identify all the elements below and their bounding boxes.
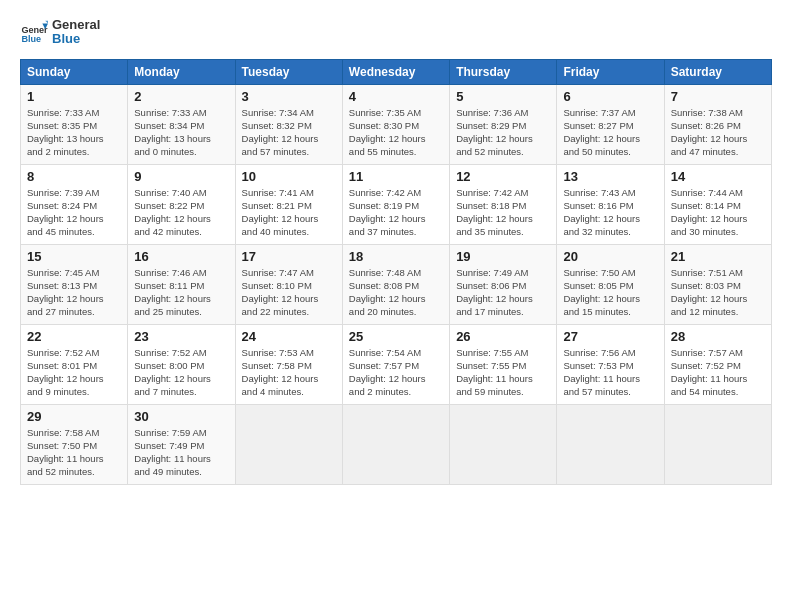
- day-info: Sunrise: 7:42 AMSunset: 8:19 PMDaylight:…: [349, 186, 443, 239]
- col-header-friday: Friday: [557, 59, 664, 84]
- calendar-cell: 10 Sunrise: 7:41 AMSunset: 8:21 PMDaylig…: [235, 164, 342, 244]
- day-info: Sunrise: 7:43 AMSunset: 8:16 PMDaylight:…: [563, 186, 657, 239]
- day-number: 25: [349, 329, 443, 344]
- day-info: Sunrise: 7:33 AMSunset: 8:34 PMDaylight:…: [134, 106, 228, 159]
- calendar-cell: [450, 404, 557, 484]
- calendar-cell: 6 Sunrise: 7:37 AMSunset: 8:27 PMDayligh…: [557, 84, 664, 164]
- day-number: 2: [134, 89, 228, 104]
- day-number: 3: [242, 89, 336, 104]
- day-info: Sunrise: 7:47 AMSunset: 8:10 PMDaylight:…: [242, 266, 336, 319]
- calendar-cell: 23 Sunrise: 7:52 AMSunset: 8:00 PMDaylig…: [128, 324, 235, 404]
- calendar-cell: 4 Sunrise: 7:35 AMSunset: 8:30 PMDayligh…: [342, 84, 449, 164]
- calendar-cell: 11 Sunrise: 7:42 AMSunset: 8:19 PMDaylig…: [342, 164, 449, 244]
- day-info: Sunrise: 7:53 AMSunset: 7:58 PMDaylight:…: [242, 346, 336, 399]
- day-number: 13: [563, 169, 657, 184]
- day-number: 8: [27, 169, 121, 184]
- day-number: 20: [563, 249, 657, 264]
- day-info: Sunrise: 7:45 AMSunset: 8:13 PMDaylight:…: [27, 266, 121, 319]
- day-number: 23: [134, 329, 228, 344]
- logo-icon: General Blue: [20, 18, 48, 46]
- day-number: 16: [134, 249, 228, 264]
- day-number: 11: [349, 169, 443, 184]
- col-header-thursday: Thursday: [450, 59, 557, 84]
- calendar-cell: 26 Sunrise: 7:55 AMSunset: 7:55 PMDaylig…: [450, 324, 557, 404]
- day-info: Sunrise: 7:56 AMSunset: 7:53 PMDaylight:…: [563, 346, 657, 399]
- calendar-cell: 18 Sunrise: 7:48 AMSunset: 8:08 PMDaylig…: [342, 244, 449, 324]
- calendar-table: SundayMondayTuesdayWednesdayThursdayFrid…: [20, 59, 772, 485]
- calendar-cell: 30 Sunrise: 7:59 AMSunset: 7:49 PMDaylig…: [128, 404, 235, 484]
- day-info: Sunrise: 7:37 AMSunset: 8:27 PMDaylight:…: [563, 106, 657, 159]
- calendar-cell: 15 Sunrise: 7:45 AMSunset: 8:13 PMDaylig…: [21, 244, 128, 324]
- calendar-cell: 13 Sunrise: 7:43 AMSunset: 8:16 PMDaylig…: [557, 164, 664, 244]
- day-number: 15: [27, 249, 121, 264]
- day-info: Sunrise: 7:40 AMSunset: 8:22 PMDaylight:…: [134, 186, 228, 239]
- day-info: Sunrise: 7:33 AMSunset: 8:35 PMDaylight:…: [27, 106, 121, 159]
- col-header-saturday: Saturday: [664, 59, 771, 84]
- day-info: Sunrise: 7:51 AMSunset: 8:03 PMDaylight:…: [671, 266, 765, 319]
- day-info: Sunrise: 7:58 AMSunset: 7:50 PMDaylight:…: [27, 426, 121, 479]
- day-info: Sunrise: 7:50 AMSunset: 8:05 PMDaylight:…: [563, 266, 657, 319]
- day-info: Sunrise: 7:57 AMSunset: 7:52 PMDaylight:…: [671, 346, 765, 399]
- day-info: Sunrise: 7:35 AMSunset: 8:30 PMDaylight:…: [349, 106, 443, 159]
- day-number: 29: [27, 409, 121, 424]
- day-info: Sunrise: 7:34 AMSunset: 8:32 PMDaylight:…: [242, 106, 336, 159]
- day-info: Sunrise: 7:38 AMSunset: 8:26 PMDaylight:…: [671, 106, 765, 159]
- calendar-cell: 5 Sunrise: 7:36 AMSunset: 8:29 PMDayligh…: [450, 84, 557, 164]
- day-number: 6: [563, 89, 657, 104]
- day-info: Sunrise: 7:49 AMSunset: 8:06 PMDaylight:…: [456, 266, 550, 319]
- day-number: 18: [349, 249, 443, 264]
- day-number: 17: [242, 249, 336, 264]
- day-info: Sunrise: 7:52 AMSunset: 8:00 PMDaylight:…: [134, 346, 228, 399]
- day-number: 1: [27, 89, 121, 104]
- day-number: 28: [671, 329, 765, 344]
- day-number: 22: [27, 329, 121, 344]
- day-number: 10: [242, 169, 336, 184]
- col-header-monday: Monday: [128, 59, 235, 84]
- day-number: 4: [349, 89, 443, 104]
- calendar-cell: 9 Sunrise: 7:40 AMSunset: 8:22 PMDayligh…: [128, 164, 235, 244]
- day-info: Sunrise: 7:59 AMSunset: 7:49 PMDaylight:…: [134, 426, 228, 479]
- day-info: Sunrise: 7:54 AMSunset: 7:57 PMDaylight:…: [349, 346, 443, 399]
- calendar-cell: 20 Sunrise: 7:50 AMSunset: 8:05 PMDaylig…: [557, 244, 664, 324]
- day-number: 7: [671, 89, 765, 104]
- day-info: Sunrise: 7:52 AMSunset: 8:01 PMDaylight:…: [27, 346, 121, 399]
- day-info: Sunrise: 7:36 AMSunset: 8:29 PMDaylight:…: [456, 106, 550, 159]
- day-number: 5: [456, 89, 550, 104]
- col-header-wednesday: Wednesday: [342, 59, 449, 84]
- calendar-cell: 25 Sunrise: 7:54 AMSunset: 7:57 PMDaylig…: [342, 324, 449, 404]
- day-number: 30: [134, 409, 228, 424]
- calendar-cell: 7 Sunrise: 7:38 AMSunset: 8:26 PMDayligh…: [664, 84, 771, 164]
- calendar-cell: [235, 404, 342, 484]
- day-number: 27: [563, 329, 657, 344]
- calendar-cell: 14 Sunrise: 7:44 AMSunset: 8:14 PMDaylig…: [664, 164, 771, 244]
- day-number: 19: [456, 249, 550, 264]
- calendar-cell: 19 Sunrise: 7:49 AMSunset: 8:06 PMDaylig…: [450, 244, 557, 324]
- calendar-cell: 1 Sunrise: 7:33 AMSunset: 8:35 PMDayligh…: [21, 84, 128, 164]
- col-header-sunday: Sunday: [21, 59, 128, 84]
- calendar-cell: 3 Sunrise: 7:34 AMSunset: 8:32 PMDayligh…: [235, 84, 342, 164]
- calendar-cell: 28 Sunrise: 7:57 AMSunset: 7:52 PMDaylig…: [664, 324, 771, 404]
- calendar-cell: 12 Sunrise: 7:42 AMSunset: 8:18 PMDaylig…: [450, 164, 557, 244]
- day-number: 12: [456, 169, 550, 184]
- day-number: 14: [671, 169, 765, 184]
- day-info: Sunrise: 7:44 AMSunset: 8:14 PMDaylight:…: [671, 186, 765, 239]
- calendar-cell: [664, 404, 771, 484]
- day-info: Sunrise: 7:46 AMSunset: 8:11 PMDaylight:…: [134, 266, 228, 319]
- calendar-cell: 8 Sunrise: 7:39 AMSunset: 8:24 PMDayligh…: [21, 164, 128, 244]
- calendar-cell: 22 Sunrise: 7:52 AMSunset: 8:01 PMDaylig…: [21, 324, 128, 404]
- calendar-cell: 24 Sunrise: 7:53 AMSunset: 7:58 PMDaylig…: [235, 324, 342, 404]
- day-number: 26: [456, 329, 550, 344]
- calendar-cell: 29 Sunrise: 7:58 AMSunset: 7:50 PMDaylig…: [21, 404, 128, 484]
- day-number: 21: [671, 249, 765, 264]
- calendar-cell: 21 Sunrise: 7:51 AMSunset: 8:03 PMDaylig…: [664, 244, 771, 324]
- logo: General Blue General Blue: [20, 18, 100, 47]
- day-info: Sunrise: 7:42 AMSunset: 8:18 PMDaylight:…: [456, 186, 550, 239]
- col-header-tuesday: Tuesday: [235, 59, 342, 84]
- calendar-cell: 16 Sunrise: 7:46 AMSunset: 8:11 PMDaylig…: [128, 244, 235, 324]
- page-header: General Blue General Blue: [20, 18, 772, 47]
- calendar-cell: [557, 404, 664, 484]
- day-info: Sunrise: 7:48 AMSunset: 8:08 PMDaylight:…: [349, 266, 443, 319]
- day-number: 9: [134, 169, 228, 184]
- day-info: Sunrise: 7:55 AMSunset: 7:55 PMDaylight:…: [456, 346, 550, 399]
- calendar-cell: 2 Sunrise: 7:33 AMSunset: 8:34 PMDayligh…: [128, 84, 235, 164]
